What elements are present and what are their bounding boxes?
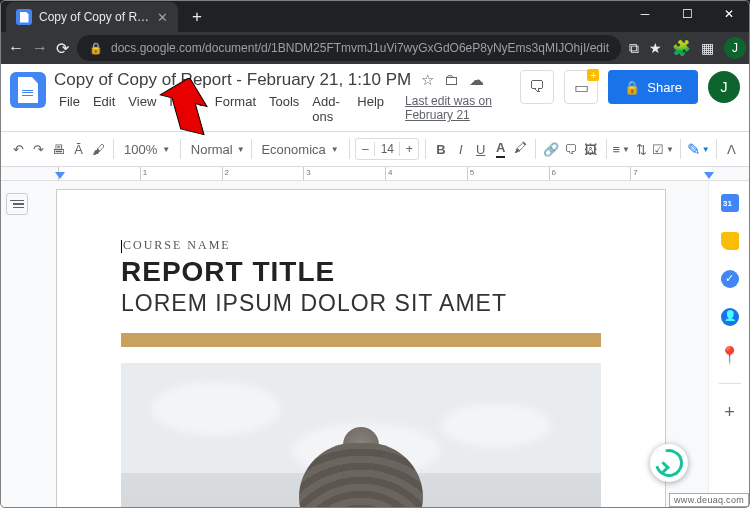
header-actions: 🗨 ▭+ 🔒 Share J [520,70,740,104]
addons-plus-icon[interactable]: + [720,402,740,422]
line-spacing-button[interactable]: ⇅ [632,136,650,162]
highlight-button[interactable]: 🖍 [512,136,530,162]
style-dropdown[interactable]: Normal text [187,142,233,157]
menu-tools[interactable]: Tools [264,92,304,126]
menu-edit[interactable]: Edit [88,92,120,126]
docs-app: Copy of Copy of Report - February 21, 1:… [0,64,750,508]
menu-insert[interactable]: Insert [164,92,207,126]
font-size-increase[interactable]: + [400,142,418,156]
url-field[interactable]: 🔒 docs.google.com/document/d/1BNDM25FTmv… [77,35,621,61]
insert-comment-button[interactable]: 🗨 [562,136,580,162]
divider-bar[interactable] [121,333,601,347]
last-edit-link[interactable]: Last edit was on February 21 [400,92,512,126]
cover-image[interactable] [121,363,601,508]
outline-toggle-button[interactable] [6,193,28,215]
underline-button[interactable]: U [472,136,490,162]
paint-format-button[interactable]: 🖌 [89,136,107,162]
menu-addons[interactable]: Add-ons [307,92,349,126]
watermark-text: www.deuaq.com [669,493,749,507]
workspace: COURSE NAME REPORT TITLE LOREM IPSUM DOL… [0,181,750,508]
font-size-value[interactable]: 14 [374,142,400,156]
bold-button[interactable]: B [432,136,450,162]
menu-help[interactable]: Help [352,92,389,126]
lock-icon: 🔒 [89,42,103,55]
align-button[interactable]: ≡▼ [612,136,630,162]
browser-profile-avatar[interactable]: J [724,37,746,59]
menu-bar: File Edit View Insert Format Tools Add-o… [54,92,512,126]
back-button[interactable]: ← [8,39,24,57]
print-button[interactable]: 🖶 [50,136,68,162]
redo-button[interactable]: ↷ [30,136,48,162]
browser-chrome: ─ ☐ ✕ Copy of Copy of Report - Febru ✕ +… [0,0,750,64]
document-title[interactable]: Copy of Copy of Report - February 21, 1:… [54,70,411,90]
contacts-icon[interactable] [720,307,740,327]
course-name-text[interactable]: COURSE NAME [121,238,601,253]
tab-title: Copy of Copy of Report - Febru [39,10,150,24]
cloud-status-icon[interactable]: ☁ [469,71,484,89]
share-button[interactable]: 🔒 Share [608,70,698,104]
window-controls: ─ ☐ ✕ [624,0,750,28]
new-tab-button[interactable]: + [184,4,210,30]
ruler-indent-right-icon[interactable] [704,172,714,179]
move-icon[interactable]: 🗀 [444,71,459,89]
extension-area: ⧉ ★ 🧩 ▦ J ⋮ [629,37,750,59]
italic-button[interactable]: I [452,136,470,162]
extensions-icon[interactable]: 🧩 [672,39,691,57]
menu-file[interactable]: File [54,92,85,126]
calendar-icon[interactable] [720,193,740,213]
document-canvas[interactable]: COURSE NAME REPORT TITLE LOREM IPSUM DOL… [34,181,708,508]
account-avatar[interactable]: J [708,71,740,103]
menu-view[interactable]: View [123,92,161,126]
browser-tab[interactable]: Copy of Copy of Report - Febru ✕ [6,2,178,32]
font-size-control[interactable]: – 14 + [355,138,419,160]
insert-link-button[interactable]: 🔗 [542,136,560,162]
reload-button[interactable]: ⟳ [56,39,69,58]
close-button[interactable]: ✕ [708,0,750,28]
checklist-button[interactable]: ☑▼ [652,136,674,162]
docs-favicon [16,9,32,25]
docs-logo-icon[interactable] [10,72,46,108]
forward-button[interactable]: → [32,39,48,57]
font-dropdown[interactable]: Economica▼ [257,142,342,157]
text-color-button[interactable]: A [492,136,510,162]
keep-icon[interactable] [720,231,740,251]
undo-button[interactable]: ↶ [10,136,28,162]
spellcheck-button[interactable]: Ā [70,136,88,162]
comment-history-button[interactable]: 🗨 [520,70,554,104]
docs-header: Copy of Copy of Report - February 21, 1:… [0,64,750,126]
side-panel: 📍 + [708,181,750,508]
url-text: docs.google.com/document/d/1BNDM25FTmvmJ… [111,41,609,55]
minimize-button[interactable]: ─ [624,0,666,28]
page[interactable]: COURSE NAME REPORT TITLE LOREM IPSUM DOL… [56,189,666,508]
lock-icon: 🔒 [624,80,640,95]
editing-mode-button[interactable]: ✎▼ [687,136,710,162]
present-button[interactable]: ▭+ [564,70,598,104]
zoom-dropdown[interactable]: 100%▼ [120,142,174,157]
font-size-decrease[interactable]: – [356,142,374,156]
star-icon[interactable]: ☆ [421,71,434,89]
share-ext-icon[interactable]: ⧉ [629,40,639,57]
share-label: Share [647,80,682,95]
ruler-indent-left-icon[interactable] [55,172,65,179]
toolbar: ↶ ↷ 🖶 Ā 🖌 100%▼ Normal text▼ Economica▼ … [0,131,750,167]
insert-image-button[interactable]: 🖼 [582,136,600,162]
toolbar-expand-button[interactable]: ᐱ [722,136,740,162]
tab-close-icon[interactable]: ✕ [157,10,168,25]
app-ext-icon[interactable]: ▦ [701,40,714,56]
tasks-icon[interactable] [720,269,740,289]
subtitle-text[interactable]: LOREM IPSUM DOLOR SIT AMET [121,290,601,317]
maps-icon[interactable]: 📍 [720,345,740,365]
maximize-button[interactable]: ☐ [666,0,708,28]
grammarly-icon[interactable] [650,444,688,482]
report-title-text[interactable]: REPORT TITLE [121,256,601,288]
address-bar: ← → ⟳ 🔒 docs.google.com/document/d/1BNDM… [0,32,750,64]
menu-format[interactable]: Format [210,92,261,126]
bookmark-icon[interactable]: ★ [649,40,662,56]
ruler[interactable]: 1234567 [0,167,750,181]
